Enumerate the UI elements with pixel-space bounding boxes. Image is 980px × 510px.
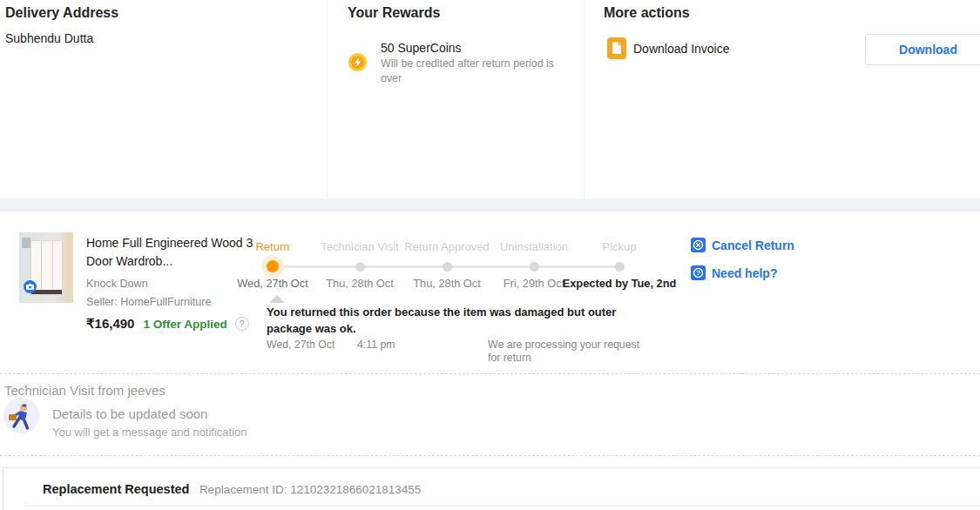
cancel-return-link[interactable]: Cancel Return [691, 238, 794, 252]
return-reason-message: You returned this order because the item… [267, 304, 628, 337]
return-date: Wed, 27th Oct [267, 339, 335, 351]
dashed-divider [0, 455, 980, 456]
column-divider [584, 0, 585, 198]
product-image[interactable] [19, 232, 73, 303]
order-summary-strip: Delivery Address Subhendu Dutta Your Rew… [0, 0, 980, 198]
supercoins-note: Will be credited after return period is … [381, 57, 555, 86]
download-invoice-label: Download Invoice [633, 42, 730, 56]
section-gap [0, 198, 980, 211]
stage-dot-active [267, 260, 279, 272]
product-image-backdrop [65, 232, 73, 303]
product-image-frame [22, 238, 30, 248]
cancel-return-label: Cancel Return [712, 238, 794, 252]
camera-badge-icon [24, 280, 37, 293]
technician-status-line: Details to be updated soon [52, 406, 207, 421]
delivery-address-name: Subhendu Dutta [5, 31, 93, 45]
need-help-label: Need help? [712, 266, 777, 280]
stage-date: Expected by Tue, 2nd [554, 277, 685, 290]
column-divider [327, 0, 328, 198]
card-hairline [24, 506, 980, 507]
svg-text:?: ? [696, 269, 700, 277]
invoice-icon [607, 37, 626, 59]
download-button[interactable]: Download [865, 34, 980, 65]
tooltip-caret [269, 295, 285, 303]
replacement-header: Replacement Requested Replacement ID: 12… [43, 481, 421, 497]
technician-avatar [3, 398, 39, 433]
stage-dot [530, 262, 539, 272]
rewards-title: Your Rewards [348, 5, 440, 21]
product-seller: Seller: HomeFullFurniture [86, 296, 211, 308]
offer-help-icon[interactable]: ? [235, 317, 249, 331]
more-actions-title: More actions [604, 5, 690, 21]
return-time: 4:11 pm [357, 339, 395, 351]
order-item-card: Home Full Engineered Wood 3 Door Wardrob… [0, 211, 980, 510]
return-processing-status: We are processing your request for retur… [488, 339, 643, 365]
replacement-requested-card: Replacement Requested Replacement ID: 12… [3, 467, 980, 510]
stage-dot [615, 262, 625, 272]
stage-label: Pickup [554, 240, 685, 253]
need-help-icon: ? [691, 265, 706, 280]
offer-applied-label: 1 Offer Applied [143, 318, 226, 331]
technician-note-line: You will get a message and notification [52, 426, 247, 439]
need-help-link[interactable]: ? Need help? [691, 265, 777, 280]
order-details-page: Delivery Address Subhendu Dutta Your Rew… [0, 0, 980, 510]
product-price: ₹16,490 [86, 316, 134, 332]
supercoin-icon [348, 53, 367, 71]
dashed-divider [0, 373, 980, 374]
replacement-id: Replacement ID: 12102321866021813455 [199, 483, 421, 496]
stage-dot [355, 262, 365, 272]
cancel-return-icon [691, 238, 706, 252]
product-variant: Knock Down [86, 278, 148, 290]
stage-dot [443, 262, 452, 272]
replacement-title: Replacement Requested [43, 482, 189, 496]
delivery-address-title: Delivery Address [5, 5, 118, 21]
price-row: ₹16,490 1 Offer Applied ? [86, 316, 249, 332]
technician-visit-title: Technician Visit from jeeves [4, 383, 166, 398]
supercoins-amount: 50 SuperCoins [381, 41, 462, 55]
